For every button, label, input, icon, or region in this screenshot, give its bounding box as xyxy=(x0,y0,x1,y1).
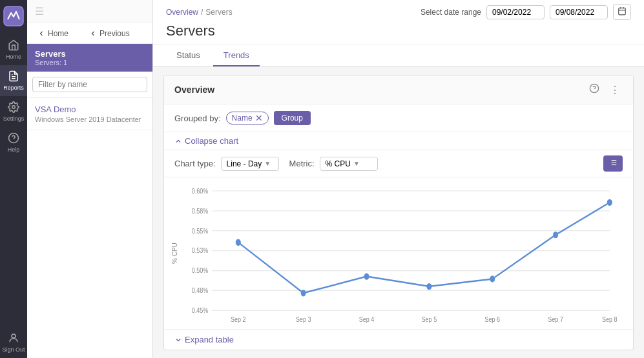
svg-text:Sep 5: Sep 5 xyxy=(422,315,437,323)
tabs-row: Status Trends xyxy=(153,45,644,66)
nav-collapse-button[interactable]: ☰ xyxy=(32,3,47,20)
svg-text:0.48%: 0.48% xyxy=(192,286,209,294)
y-axis-label: % CPU xyxy=(169,183,180,324)
sidebar-item-signout[interactable]: Sign Out xyxy=(0,327,27,358)
svg-point-6 xyxy=(12,334,16,338)
date-range-label: Select date range xyxy=(421,8,481,17)
data-point-sep5 xyxy=(426,283,431,290)
metric-arrow-icon: ▼ xyxy=(353,160,360,167)
chart-area: % CPU 0.60% 0.58% 0.55% 0.53% 0.50% xyxy=(164,177,633,329)
name-tag-chip: Name ✕ xyxy=(226,112,269,124)
date-from-input[interactable] xyxy=(486,5,545,19)
breadcrumb-servers: Servers xyxy=(205,8,232,17)
svg-text:0.58%: 0.58% xyxy=(192,207,209,215)
date-to-input[interactable] xyxy=(550,5,608,19)
sidebar-item-home[interactable]: Home xyxy=(0,34,27,65)
svg-text:Sep 4: Sep 4 xyxy=(359,315,375,323)
svg-text:Sep 7: Sep 7 xyxy=(548,315,563,323)
expand-table-row: Expand table xyxy=(164,329,633,350)
data-point-sep4 xyxy=(364,273,369,279)
svg-text:0.60%: 0.60% xyxy=(192,187,209,195)
data-point-sep6 xyxy=(490,275,495,282)
svg-rect-7 xyxy=(619,8,626,14)
sidebar-item-help[interactable]: Help xyxy=(0,127,27,158)
left-panel: ☰ Home Previous Servers Servers: 1 VSA D… xyxy=(27,0,153,358)
breadcrumb: Overview / Servers xyxy=(166,8,233,17)
metric-label: Metric: xyxy=(289,159,315,168)
svg-text:Sep 6: Sep 6 xyxy=(484,315,500,323)
group-button[interactable]: Group xyxy=(274,111,311,125)
page-title: Servers xyxy=(166,23,215,39)
data-point-sep8 xyxy=(607,199,612,206)
sidebar: Home Reports Settings Help Sign Out xyxy=(0,0,27,358)
svg-text:0.45%: 0.45% xyxy=(192,306,209,314)
collapse-chart-link[interactable]: Collapse chart xyxy=(174,136,238,146)
chart-type-label: Chart type: xyxy=(174,159,216,168)
server-search-input[interactable] xyxy=(32,77,147,92)
overview-actions: ⋮ xyxy=(587,82,623,97)
sidebar-item-settings[interactable]: Settings xyxy=(0,96,27,127)
svg-point-3 xyxy=(12,106,16,109)
expand-table-link[interactable]: Expand table xyxy=(174,335,234,344)
svg-text:0.55%: 0.55% xyxy=(192,227,209,235)
chart-collapse-row: Collapse chart xyxy=(164,132,633,150)
left-panel-header: Servers Servers: 1 xyxy=(27,44,152,72)
date-range-area: Select date range xyxy=(421,4,631,20)
remove-tag-button[interactable]: ✕ xyxy=(255,114,263,123)
chart-type-select[interactable]: Line - Day ▼ xyxy=(221,157,279,171)
breadcrumb-overview[interactable]: Overview xyxy=(166,8,198,17)
svg-text:0.50%: 0.50% xyxy=(192,266,209,274)
breadcrumb-separator: / xyxy=(201,8,203,17)
overview-title: Overview xyxy=(174,85,214,95)
grouped-by-label: Grouped by: xyxy=(174,114,221,123)
calendar-button[interactable] xyxy=(613,4,631,20)
grouped-by-row: Grouped by: Name ✕ Group xyxy=(164,104,633,132)
metric-select[interactable]: % CPU ▼ xyxy=(320,157,378,171)
chart-line xyxy=(238,203,610,293)
svg-text:Sep 2: Sep 2 xyxy=(231,315,246,323)
chart-svg-wrapper: % CPU 0.60% 0.58% 0.55% 0.53% 0.50% xyxy=(169,183,623,324)
sidebar-item-reports[interactable]: Reports xyxy=(0,65,27,96)
app-logo xyxy=(3,5,25,29)
data-point-sep2 xyxy=(236,239,241,246)
data-point-sep7 xyxy=(553,232,558,238)
help-icon-button[interactable] xyxy=(587,82,602,97)
tab-trends[interactable]: Trends xyxy=(213,45,260,66)
chart-type-row: Chart type: Line - Day ▼ Metric: % CPU ▼ xyxy=(164,150,633,177)
home-nav-button[interactable]: Home xyxy=(32,26,74,41)
overview-header: Overview ⋮ xyxy=(164,75,633,104)
svg-text:0.53%: 0.53% xyxy=(192,246,209,254)
tab-status[interactable]: Status xyxy=(166,45,211,66)
server-list-item[interactable]: VSA Demo Windows Server 2019 Datacenter xyxy=(27,98,152,130)
main-content: Overview / Servers Select date range Ser… xyxy=(153,0,644,358)
svg-text:Sep 8: Sep 8 xyxy=(602,315,618,323)
data-point-sep3 xyxy=(301,290,306,296)
chart-type-arrow-icon: ▼ xyxy=(264,160,271,167)
more-options-button[interactable]: ⋮ xyxy=(607,83,623,97)
svg-text:Sep 3: Sep 3 xyxy=(296,315,311,323)
previous-nav-button[interactable]: Previous xyxy=(84,26,135,41)
search-area xyxy=(27,72,152,98)
content-header: Overview / Servers Select date range Ser… xyxy=(153,0,644,67)
servers-count: Servers: 1 xyxy=(35,59,145,66)
chart-svg: 0.60% 0.58% 0.55% 0.53% 0.50% 0.48% 0.45… xyxy=(180,183,623,324)
overview-panel: Overview ⋮ Grouped by: Name ✕ Group xyxy=(163,75,634,350)
legend-button[interactable] xyxy=(603,155,623,172)
